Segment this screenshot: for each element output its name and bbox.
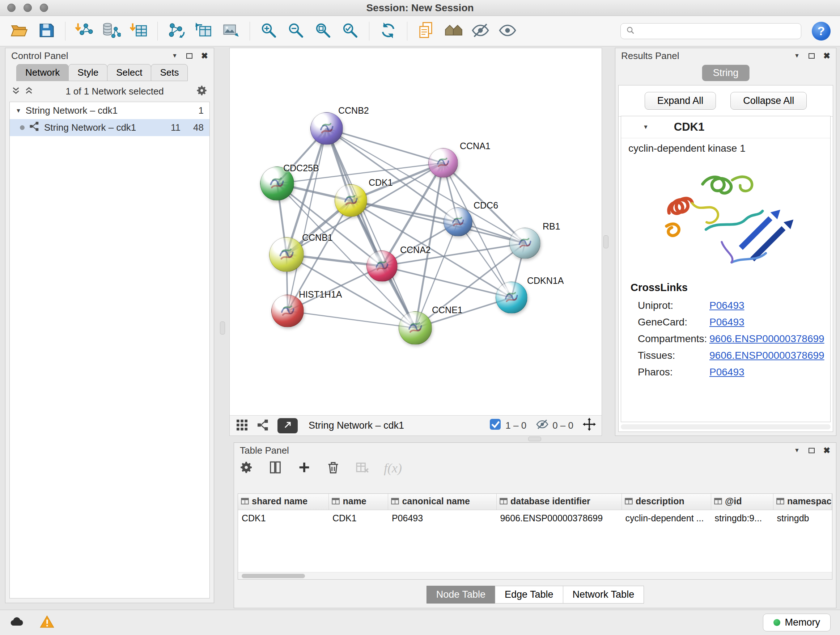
network-edge[interactable] bbox=[327, 128, 443, 163]
panel-menu-icon[interactable]: ▼ bbox=[794, 52, 800, 59]
hide-selection-button[interactable] bbox=[469, 19, 493, 43]
column-header-description[interactable]: description bbox=[622, 494, 711, 510]
new-network-button[interactable] bbox=[164, 19, 188, 43]
table-options-button[interactable] bbox=[239, 460, 254, 476]
table-row[interactable]: CDK1CDK1P064939606.ENSP00000378699cyclin… bbox=[238, 510, 832, 526]
string-share-icon[interactable] bbox=[256, 418, 270, 433]
network-label: String Network – cdk1 bbox=[44, 122, 136, 133]
import-table-button[interactable] bbox=[126, 19, 150, 43]
zoom-in-icon bbox=[259, 21, 278, 41]
table-horizontal-scrollbar[interactable] bbox=[238, 572, 832, 579]
open-in-browser-button[interactable] bbox=[278, 418, 298, 433]
help-button[interactable]: ? bbox=[812, 22, 831, 41]
tab-edge-table[interactable]: Edge Table bbox=[495, 586, 563, 603]
expand-all-icon[interactable] bbox=[24, 86, 34, 97]
close-panel-icon[interactable]: ✖ bbox=[201, 51, 208, 61]
network-node-ccne1[interactable] bbox=[399, 311, 432, 345]
network-collection-row[interactable]: ▼ String Network – cdk1 1 bbox=[10, 102, 210, 119]
column-header-namespac[interactable]: namespac bbox=[774, 494, 832, 510]
results-scrollbar[interactable] bbox=[621, 424, 831, 429]
collapse-gene-icon[interactable]: ▼ bbox=[643, 124, 649, 130]
show-columns-button[interactable] bbox=[268, 460, 283, 476]
network-node-cdk1[interactable] bbox=[335, 184, 367, 217]
export-network-button[interactable] bbox=[192, 19, 216, 43]
zoom-out-button[interactable] bbox=[284, 19, 308, 43]
create-column-button[interactable] bbox=[297, 460, 311, 476]
show-selection-button[interactable] bbox=[496, 19, 519, 43]
tab-node-table[interactable]: Node Table bbox=[426, 586, 495, 603]
crosslink-compartments-link[interactable]: 9606.ENSP00000378699 bbox=[709, 333, 824, 345]
search-input[interactable] bbox=[639, 25, 796, 36]
panel-menu-icon[interactable]: ▼ bbox=[794, 447, 800, 454]
network-node-cdkn1a[interactable] bbox=[496, 282, 527, 314]
tab-select[interactable]: Select bbox=[107, 64, 151, 81]
float-panel-icon[interactable] bbox=[186, 53, 193, 59]
float-panel-icon[interactable] bbox=[808, 53, 815, 59]
open-session-button[interactable] bbox=[7, 19, 31, 43]
function-builder-button[interactable]: f(x) bbox=[384, 461, 402, 476]
toolbar-separator bbox=[249, 22, 250, 41]
warning-icon[interactable] bbox=[40, 615, 54, 631]
column-header-database-identifier[interactable]: database identifier bbox=[496, 494, 622, 510]
network-node-ccnb2[interactable] bbox=[310, 112, 343, 145]
network-node-ccnb1[interactable] bbox=[269, 237, 304, 272]
hidden-eye-slash-icon[interactable] bbox=[536, 418, 549, 433]
network-canvas[interactable]: CCNB2CCNA1CDC25BCDK1CDC6RB1CCNB1CCNA2CDK… bbox=[230, 48, 602, 415]
vertical-splitter-handle[interactable] bbox=[603, 235, 608, 249]
export-image-button[interactable] bbox=[219, 19, 243, 43]
save-session-button[interactable] bbox=[34, 19, 58, 43]
delete-table-button[interactable] bbox=[355, 460, 369, 476]
crosslink-tissues-link[interactable]: 9606.ENSP00000378699 bbox=[709, 350, 824, 361]
vertical-splitter-handle[interactable] bbox=[220, 321, 225, 334]
network-options-gear-icon[interactable] bbox=[196, 84, 208, 98]
cloud-icon[interactable] bbox=[9, 615, 24, 631]
delete-column-button[interactable] bbox=[326, 460, 340, 476]
fit-content-crosshair-icon[interactable] bbox=[583, 418, 596, 433]
birdseye-grid-icon[interactable] bbox=[235, 418, 248, 433]
import-network-file-button[interactable] bbox=[73, 19, 96, 43]
selected-checkbox-icon[interactable] bbox=[489, 418, 502, 433]
close-window-button[interactable] bbox=[7, 4, 16, 12]
horizontal-splitter-handle[interactable] bbox=[528, 437, 541, 441]
crosslink-uniprot-link[interactable]: P06493 bbox=[709, 300, 745, 311]
collapse-all-icon[interactable] bbox=[11, 86, 21, 97]
crosslink-pharos-link[interactable]: P06493 bbox=[709, 366, 745, 378]
zoom-in-button[interactable] bbox=[257, 19, 281, 43]
tab-style[interactable]: Style bbox=[68, 64, 107, 81]
zoom-selected-button[interactable] bbox=[338, 19, 362, 43]
network-edge[interactable] bbox=[287, 311, 415, 328]
tab-sets[interactable]: Sets bbox=[151, 64, 188, 81]
crosslink-genecard-link[interactable]: P06493 bbox=[709, 317, 745, 328]
tab-string[interactable]: String bbox=[702, 65, 750, 81]
column-header-id[interactable]: @id bbox=[711, 494, 773, 510]
memory-button[interactable]: Memory bbox=[763, 614, 831, 631]
maximize-window-button[interactable] bbox=[40, 4, 48, 12]
network-node-cdc6[interactable] bbox=[444, 207, 472, 236]
column-header-name[interactable]: name bbox=[329, 494, 388, 510]
network-node-ccna2[interactable] bbox=[366, 250, 398, 282]
home-button[interactable] bbox=[441, 19, 465, 43]
panel-menu-icon[interactable]: ▼ bbox=[172, 52, 178, 59]
scrollbar-thumb[interactable] bbox=[242, 574, 305, 578]
clone-network-button[interactable] bbox=[414, 19, 438, 43]
minimize-window-button[interactable] bbox=[24, 4, 32, 12]
import-network-database-button[interactable] bbox=[99, 19, 123, 43]
network-node-ccna1[interactable] bbox=[428, 148, 458, 178]
tree-expand-icon[interactable]: ▼ bbox=[16, 108, 21, 114]
tab-network-table[interactable]: Network Table bbox=[563, 586, 644, 603]
close-panel-icon[interactable]: ✖ bbox=[823, 51, 830, 61]
collapse-all-button[interactable]: Collapse All bbox=[730, 92, 807, 110]
network-row-selected[interactable]: String Network – cdk1 11 48 bbox=[10, 119, 210, 136]
zoom-fit-button[interactable] bbox=[311, 19, 335, 43]
float-panel-icon[interactable] bbox=[808, 448, 815, 453]
tab-network[interactable]: Network bbox=[16, 64, 69, 81]
network-node-rb1[interactable] bbox=[509, 228, 540, 259]
column-header-canonical-name[interactable]: canonical name bbox=[388, 494, 497, 510]
gene-header[interactable]: ▼ CDK1 bbox=[621, 116, 830, 138]
network-edge[interactable] bbox=[287, 128, 327, 311]
refresh-view-button[interactable] bbox=[376, 19, 400, 43]
close-panel-icon[interactable]: ✖ bbox=[823, 446, 830, 455]
column-header-shared-name[interactable]: shared name bbox=[238, 494, 329, 510]
expand-all-button[interactable]: Expand All bbox=[645, 92, 716, 110]
column-icon bbox=[776, 497, 784, 508]
